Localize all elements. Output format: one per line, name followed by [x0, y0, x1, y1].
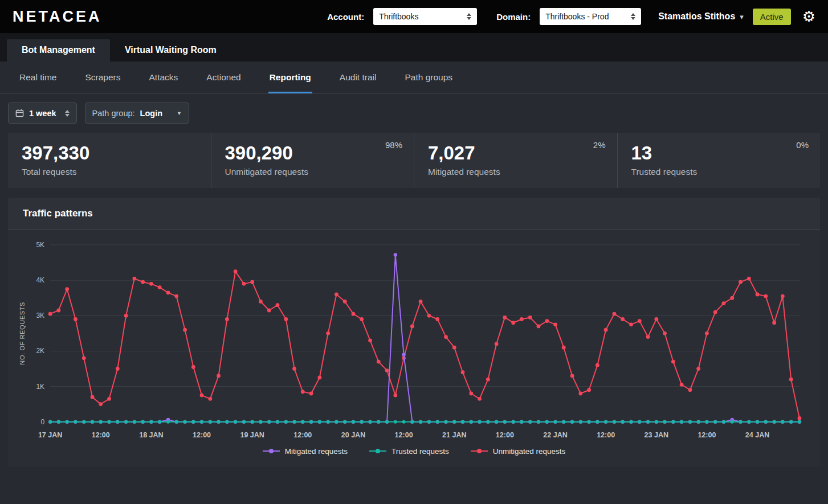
svg-text:19 JAN: 19 JAN — [240, 431, 264, 439]
svg-text:18 JAN: 18 JAN — [139, 431, 163, 439]
legend-label: Unmitigated requests — [493, 447, 566, 456]
legend-item[interactable]: Mitigated requests — [263, 447, 348, 456]
stat-mitigated-requests: 2% 7,027 Mitigated requests — [414, 133, 617, 188]
subnav-actioned[interactable]: Actioned — [205, 62, 242, 93]
svg-text:21 JAN: 21 JAN — [442, 431, 466, 439]
tab-bot-management[interactable]: Bot Management — [7, 39, 110, 62]
caret-down-icon: ▼ — [177, 110, 182, 116]
stat-label: Mitigated requests — [428, 167, 603, 177]
tab-virtual-waiting-room[interactable]: Virtual Waiting Room — [110, 39, 231, 62]
user-name: Stamatios Stithos — [658, 11, 735, 22]
svg-text:17 JAN: 17 JAN — [38, 431, 62, 439]
traffic-chart-svg: 01K2K3K4K5KNO. OF REQUESTS17 JAN12:0018 … — [17, 237, 811, 442]
svg-text:23 JAN: 23 JAN — [645, 431, 668, 439]
legend-marker-icon — [369, 448, 386, 454]
stat-unmitigated-requests: 98% 390,290 Unmitigated requests — [211, 133, 414, 188]
stat-value: 390,290 — [225, 142, 401, 164]
svg-text:24 JAN: 24 JAN — [745, 431, 769, 439]
svg-text:12:00: 12:00 — [92, 431, 110, 439]
account-label: Account: — [327, 12, 364, 22]
svg-text:12:00: 12:00 — [496, 431, 514, 439]
traffic-patterns-panel: Traffic patterns 01K2K3K4K5KNO. OF REQUE… — [8, 198, 820, 467]
subnav-audit-trail[interactable]: Audit trail — [338, 62, 378, 93]
select-arrows-icon — [467, 13, 471, 20]
stat-label: Trusted requests — [631, 167, 807, 177]
path-group-value: Login — [140, 109, 162, 118]
legend-label: Trusted requests — [391, 447, 449, 456]
stat-value: 397,330 — [22, 142, 197, 164]
stat-value: 7,027 — [428, 142, 603, 164]
stat-label: Total requests — [22, 167, 197, 177]
stat-percent: 0% — [796, 140, 809, 150]
svg-text:12:00: 12:00 — [395, 431, 413, 439]
subnav-reporting[interactable]: Reporting — [268, 62, 312, 93]
legend-label: Mitigated requests — [285, 447, 348, 456]
svg-text:5K: 5K — [36, 241, 44, 249]
top-bar: NETACEA Account: Thriftbooks Domain: Thr… — [0, 0, 828, 33]
stat-total-requests: 397,330 Total requests — [8, 133, 211, 188]
svg-text:20 JAN: 20 JAN — [341, 431, 365, 439]
svg-text:0: 0 — [40, 418, 44, 426]
date-range-value: 1 week — [29, 109, 56, 118]
top-bar-controls: Account: Thriftbooks Domain: Thriftbooks… — [327, 8, 815, 25]
legend-item[interactable]: Trusted requests — [369, 447, 449, 456]
svg-text:3K: 3K — [36, 312, 44, 319]
stat-label: Unmitigated requests — [225, 167, 401, 177]
subnav-real-time[interactable]: Real time — [18, 62, 58, 93]
path-group-label: Path group: — [92, 109, 135, 118]
summary-stats-panel: 397,330 Total requests 98% 390,290 Unmit… — [8, 133, 820, 188]
active-status-button[interactable]: Active — [753, 9, 791, 25]
subnav-path-groups[interactable]: Path groups — [403, 62, 454, 93]
legend-marker-icon — [471, 448, 488, 454]
settings-gear-icon[interactable]: ⚙ — [802, 9, 815, 24]
svg-text:12:00: 12:00 — [293, 431, 312, 439]
svg-text:4K: 4K — [36, 276, 44, 284]
chevron-down-icon: ▾ — [740, 13, 744, 21]
svg-text:22 JAN: 22 JAN — [543, 431, 567, 439]
chart-title: Traffic patterns — [23, 208, 93, 219]
select-arrows-icon — [65, 110, 70, 117]
chart-legend: Mitigated requestsTrusted requestsUnmiti… — [8, 442, 820, 467]
account-select[interactable]: Thriftbooks — [373, 8, 477, 25]
subnav-scrapers[interactable]: Scrapers — [84, 62, 121, 93]
legend-marker-icon — [263, 448, 280, 454]
svg-text:NO. OF REQUESTS: NO. OF REQUESTS — [19, 302, 26, 365]
filter-bar: 1 week Path group: Login ▼ — [0, 94, 828, 132]
calendar-icon — [15, 109, 24, 117]
stat-percent: 2% — [593, 140, 606, 150]
legend-item[interactable]: Unmitigated requests — [471, 447, 566, 456]
domain-select-value: Thriftbooks - Prod — [545, 12, 625, 21]
svg-text:12:00: 12:00 — [597, 431, 615, 439]
svg-text:1K: 1K — [36, 383, 44, 391]
date-range-select[interactable]: 1 week — [8, 103, 77, 124]
svg-text:2K: 2K — [36, 347, 44, 355]
section-nav: Real time Scrapers Attacks Actioned Repo… — [0, 62, 828, 94]
user-menu[interactable]: Stamatios Stithos ▾ — [658, 11, 744, 22]
account-select-value: Thriftbooks — [379, 12, 461, 21]
subnav-attacks[interactable]: Attacks — [148, 62, 180, 93]
product-tab-bar: Bot Management Virtual Waiting Room — [0, 33, 828, 62]
stat-value: 13 — [631, 142, 807, 164]
domain-label: Domain: — [496, 12, 531, 22]
stat-trusted-requests: 0% 13 Trusted requests — [617, 133, 821, 188]
netacea-logo: NETACEA — [13, 8, 102, 26]
svg-text:12:00: 12:00 — [193, 431, 211, 439]
path-group-select[interactable]: Path group: Login ▼ — [85, 103, 189, 124]
chart-title-row: Traffic patterns — [8, 198, 820, 230]
traffic-chart[interactable]: 01K2K3K4K5KNO. OF REQUESTS17 JAN12:0018 … — [8, 230, 820, 442]
svg-text:12:00: 12:00 — [698, 431, 716, 439]
select-arrows-icon — [631, 13, 635, 20]
stat-percent: 98% — [385, 140, 402, 150]
domain-select[interactable]: Thriftbooks - Prod — [540, 8, 641, 25]
